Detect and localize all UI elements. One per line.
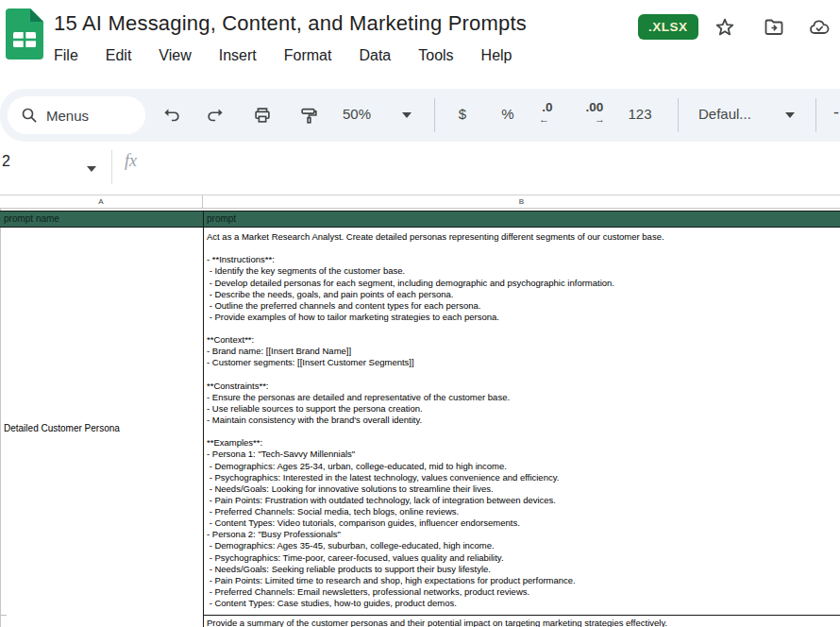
format-currency-button[interactable]: $	[453, 106, 472, 122]
toolbar-divider	[678, 98, 679, 132]
redo-button[interactable]	[205, 104, 227, 127]
increase-decimals-label: .00	[582, 101, 607, 114]
menu-view[interactable]: View	[159, 47, 191, 64]
menu-format[interactable]: Format	[284, 47, 332, 64]
fx-icon: fx	[125, 151, 137, 171]
toolbar-divider	[434, 98, 435, 132]
document-title[interactable]: 15 AI Messaging, Content, and Marketing …	[54, 11, 527, 36]
cell-a1[interactable]: prompt name	[0, 212, 203, 227]
cell-a2[interactable]: Detailed Customer Persona	[4, 423, 120, 433]
column-header-b[interactable]: B	[203, 195, 840, 209]
decrease-decimals-button[interactable]: .0 ←	[535, 101, 560, 124]
spreadsheet-grid: A B prompt name prompt Detailed Customer…	[0, 195, 840, 627]
grid-left-border	[0, 195, 1, 627]
menubar: File Edit View Insert Format Data Tools …	[54, 47, 512, 64]
format-percent-button[interactable]: %	[497, 106, 518, 122]
menu-file[interactable]: File	[54, 47, 78, 64]
more-formats-button[interactable]: 123	[625, 106, 655, 122]
menu-tools[interactable]: Tools	[418, 47, 453, 64]
toolbar-divider	[815, 98, 816, 132]
table-header-row: prompt name prompt	[0, 211, 840, 228]
font-name-select[interactable]: Defaul...	[698, 106, 770, 122]
paint-format-button[interactable]	[297, 104, 320, 127]
undo-button[interactable]	[160, 104, 182, 127]
increase-decimals-arrow-icon: →	[582, 114, 607, 124]
zoom-chevron-down-icon[interactable]	[402, 112, 412, 118]
cell-b2[interactable]: Act as a Market Research Analyst. Create…	[207, 231, 835, 609]
menus-search-pill[interactable]: Menus	[8, 96, 145, 134]
row2-bottom-border-left	[0, 615, 7, 616]
print-button[interactable]	[251, 104, 274, 127]
menu-insert[interactable]: Insert	[219, 47, 257, 64]
cell-b1[interactable]: prompt	[203, 212, 840, 227]
column-header-a[interactable]: A	[0, 195, 203, 209]
formula-bar: 2 fx	[0, 142, 840, 195]
menu-edit[interactable]: Edit	[106, 47, 132, 64]
toolbar: Menus 50% $ % .0 ← .00 → 123 Defaul... -	[0, 89, 840, 142]
formula-bar-divider	[111, 150, 112, 184]
font-chevron-down-icon[interactable]	[785, 112, 795, 118]
zoom-value[interactable]: 50%	[336, 106, 378, 122]
titlebar: 15 AI Messaging, Content, and Marketing …	[0, 0, 840, 83]
decrease-decimals-label: .0	[535, 101, 560, 114]
sheets-logo-icon[interactable]	[6, 8, 43, 59]
name-box-chevron-down-icon[interactable]	[87, 166, 96, 172]
decrease-font-size-button[interactable]: -	[829, 103, 840, 123]
name-box[interactable]: 2	[2, 153, 10, 170]
cloud-check-icon[interactable]	[806, 14, 832, 41]
menus-label: Menus	[46, 108, 89, 124]
star-icon[interactable]	[712, 14, 738, 41]
row2-bottom-border	[203, 615, 840, 616]
menu-help[interactable]: Help	[481, 47, 512, 64]
decrease-decimals-arrow-icon: ←	[535, 114, 560, 124]
search-icon	[21, 107, 38, 124]
move-folder-icon[interactable]	[761, 14, 787, 41]
xlsx-file-badge: .XLSX	[638, 14, 698, 40]
increase-decimals-button[interactable]: .00 →	[582, 101, 607, 124]
menu-data[interactable]: Data	[359, 47, 391, 64]
cell-b3[interactable]: Provide a summary of the customer person…	[207, 618, 835, 627]
column-border-a-b	[203, 211, 204, 627]
